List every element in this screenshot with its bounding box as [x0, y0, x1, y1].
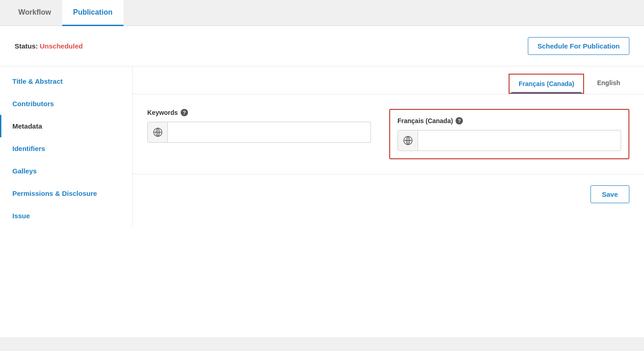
- francais-input[interactable]: [418, 132, 621, 149]
- tab-francais-canada[interactable]: Français (Canada): [511, 76, 581, 93]
- keywords-help-icon[interactable]: ?: [181, 109, 188, 116]
- content-area: Title & Abstract Contributors Metadata I…: [0, 66, 644, 227]
- francais-tab-wrapper: Français (Canada): [509, 74, 584, 94]
- francais-label: Français (Canada) ?: [397, 117, 621, 124]
- tab-publication[interactable]: Publication: [62, 0, 123, 26]
- footer-bar: Save: [133, 174, 644, 214]
- main-content: Français (Canada) English Keywords ?: [133, 66, 644, 227]
- status-section: Status: Unscheduled: [15, 42, 83, 50]
- sidebar: Title & Abstract Contributors Metadata I…: [0, 66, 133, 227]
- sidebar-item-galleys[interactable]: Galleys: [0, 160, 132, 182]
- save-button[interactable]: Save: [590, 185, 629, 203]
- top-tabs-container: Workflow Publication: [0, 0, 644, 26]
- fields-container: Keywords ?: [133, 94, 644, 174]
- schedule-for-publication-button[interactable]: Schedule For Publication: [528, 37, 629, 55]
- tab-workflow[interactable]: Workflow: [7, 0, 62, 26]
- lang-tabs: Français (Canada) English: [133, 66, 644, 94]
- keywords-label-text: Keywords: [147, 109, 178, 116]
- keywords-field-group: Keywords ?: [147, 109, 371, 159]
- francais-input-row: [397, 130, 621, 151]
- status-label: Status:: [15, 42, 38, 50]
- sidebar-item-title-abstract[interactable]: Title & Abstract: [0, 70, 132, 92]
- tab-english[interactable]: English: [588, 74, 629, 94]
- francais-field-group: Français (Canada) ?: [389, 109, 629, 159]
- header-bar: Status: Unscheduled Schedule For Publica…: [0, 26, 644, 66]
- keywords-label: Keywords ?: [147, 109, 371, 116]
- status-value: Unscheduled: [40, 42, 83, 50]
- sidebar-item-identifiers[interactable]: Identifiers: [0, 137, 132, 160]
- francais-help-icon[interactable]: ?: [456, 117, 463, 124]
- sidebar-item-contributors[interactable]: Contributors: [0, 92, 132, 115]
- sidebar-item-permissions-disclosure[interactable]: Permissions & Disclosure: [0, 182, 132, 205]
- keywords-globe-button[interactable]: [148, 122, 168, 142]
- sidebar-item-issue[interactable]: Issue: [0, 205, 132, 227]
- top-tabs: Workflow Publication: [0, 0, 644, 26]
- keywords-input-row: [147, 122, 371, 143]
- francais-globe-button[interactable]: [398, 130, 418, 151]
- keywords-input[interactable]: [168, 124, 370, 140]
- sidebar-item-metadata[interactable]: Metadata: [0, 115, 132, 137]
- main-container: Status: Unscheduled Schedule For Publica…: [0, 26, 644, 337]
- francais-label-text: Français (Canada): [397, 117, 453, 124]
